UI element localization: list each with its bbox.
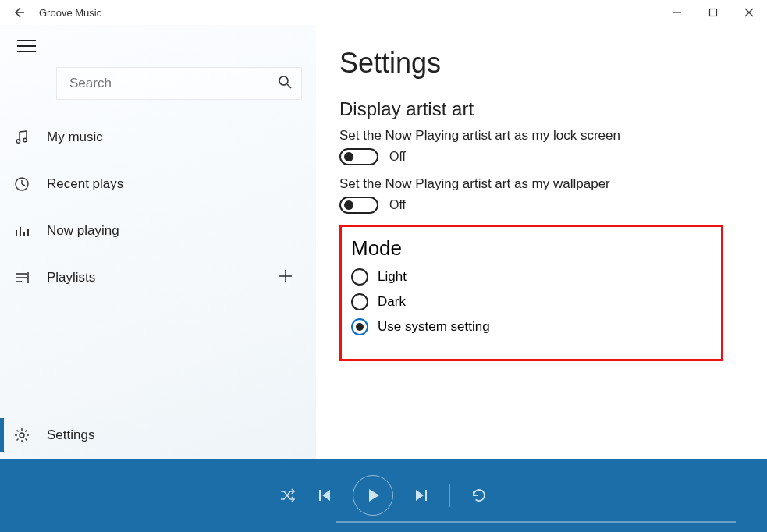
- search-input[interactable]: [68, 75, 278, 92]
- svg-rect-28: [425, 490, 427, 501]
- back-button[interactable]: [0, 6, 37, 19]
- svg-point-11: [23, 138, 27, 141]
- lockscreen-toggle-row: Off: [339, 148, 759, 165]
- svg-point-8: [279, 76, 288, 85]
- nav-label: Playlists: [42, 270, 95, 286]
- search-box[interactable]: [56, 67, 302, 100]
- app-title: Groove Music: [37, 7, 101, 19]
- previous-button[interactable]: [317, 488, 332, 503]
- nav-label: Recent plays: [42, 176, 123, 192]
- repeat-button[interactable]: [470, 487, 488, 504]
- radio-icon: [351, 268, 368, 286]
- nav-settings[interactable]: Settings: [0, 412, 316, 459]
- mode-section-highlight: Mode Light Dark Use system setting: [339, 225, 723, 361]
- next-button[interactable]: [414, 488, 429, 503]
- close-button[interactable]: [731, 0, 767, 25]
- wallpaper-desc: Set the Now Playing artist art as my wal…: [339, 176, 759, 192]
- radio-label: Light: [378, 269, 407, 285]
- window-controls: [659, 0, 767, 25]
- maximize-button[interactable]: [695, 0, 731, 25]
- nav-playlists[interactable]: Playlists: [0, 254, 316, 301]
- svg-rect-27: [319, 490, 321, 501]
- wallpaper-toggle[interactable]: [339, 197, 378, 214]
- wallpaper-toggle-state: Off: [389, 198, 406, 212]
- search-icon[interactable]: [278, 75, 292, 92]
- radio-label: Use system setting: [378, 319, 490, 335]
- player-bar: [0, 459, 767, 532]
- lockscreen-desc: Set the Now Playing artist art as my loc…: [339, 128, 759, 144]
- page-title: Settings: [339, 47, 759, 80]
- svg-rect-2: [710, 9, 717, 16]
- sidebar: My music Recent plays Now playing Playli…: [0, 25, 316, 459]
- playlist-icon: [14, 270, 42, 286]
- lockscreen-toggle-state: Off: [389, 150, 406, 164]
- radio-icon: [351, 293, 368, 310]
- mode-option-light[interactable]: Light: [351, 268, 708, 286]
- clock-icon: [14, 176, 42, 192]
- hamburger-button[interactable]: [0, 25, 316, 61]
- player-separator: [449, 484, 450, 507]
- music-note-icon: [14, 129, 42, 145]
- mode-option-dark[interactable]: Dark: [351, 293, 708, 310]
- nav-now-playing[interactable]: Now playing: [0, 207, 316, 254]
- shuffle-button[interactable]: [279, 487, 297, 504]
- nav-my-music[interactable]: My music: [0, 114, 316, 161]
- mode-heading: Mode: [351, 236, 708, 261]
- minimize-button[interactable]: [659, 0, 695, 25]
- equalizer-icon: [14, 223, 42, 239]
- lockscreen-toggle[interactable]: [339, 148, 378, 165]
- svg-line-9: [287, 84, 291, 88]
- nav-list: My music Recent plays Now playing Playli…: [0, 114, 316, 301]
- wallpaper-toggle-row: Off: [339, 197, 759, 214]
- svg-line-15: [22, 184, 25, 186]
- section-artist-art-heading: Display artist art: [339, 98, 759, 120]
- titlebar: Groove Music: [0, 0, 767, 25]
- svg-point-26: [20, 433, 24, 438]
- nav-label: My music: [42, 129, 103, 145]
- radio-icon: [351, 318, 368, 335]
- gear-icon: [14, 427, 42, 443]
- mode-option-system[interactable]: Use system setting: [351, 318, 708, 335]
- play-button[interactable]: [353, 475, 393, 516]
- nav-label: Now playing: [42, 223, 119, 239]
- nav-recent-plays[interactable]: Recent plays: [0, 161, 316, 207]
- radio-label: Dark: [378, 294, 406, 310]
- main-content: Settings Display artist art Set the Now …: [316, 25, 767, 459]
- progress-bar[interactable]: [336, 521, 736, 523]
- nav-label: Settings: [42, 427, 94, 443]
- add-playlist-button[interactable]: [279, 268, 293, 288]
